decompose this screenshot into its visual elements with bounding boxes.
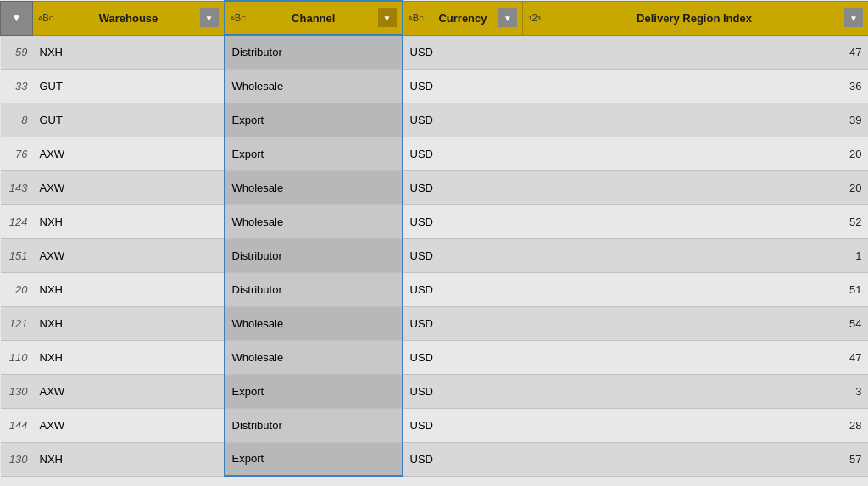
channel-header-label: Channel bbox=[249, 12, 378, 25]
row-warehouse: NXH bbox=[33, 442, 225, 476]
row-currency: USD bbox=[403, 35, 523, 69]
row-currency: USD bbox=[403, 137, 523, 170]
channel-column-header[interactable]: ABC Channel ▼ bbox=[225, 1, 403, 35]
row-channel: Export bbox=[225, 103, 403, 137]
table-row: 144 AXW Distributor USD 28 bbox=[1, 408, 869, 442]
row-currency: USD bbox=[403, 238, 523, 272]
row-channel: Distributor bbox=[225, 238, 403, 272]
row-index: 143 bbox=[1, 170, 33, 204]
row-currency: USD bbox=[403, 272, 523, 306]
row-delivery: 28 bbox=[523, 408, 869, 442]
table-row: 130 AXW Export USD 3 bbox=[1, 374, 869, 408]
table-row: 33 GUT Wholesale USD 36 bbox=[1, 69, 869, 103]
row-warehouse: AXW bbox=[33, 170, 225, 204]
row-currency: USD bbox=[403, 340, 523, 374]
row-warehouse: NXH bbox=[33, 272, 225, 306]
row-channel: Distributor bbox=[225, 272, 403, 306]
row-index: 20 bbox=[1, 272, 33, 306]
row-delivery: 52 bbox=[523, 204, 869, 238]
row-delivery: 36 bbox=[523, 69, 869, 103]
row-channel: Wholesale bbox=[225, 170, 403, 204]
warehouse-column-header[interactable]: ABC Warehouse ▼ bbox=[33, 1, 225, 35]
row-delivery: 3 bbox=[523, 374, 869, 408]
table-row: 76 AXW Export USD 20 bbox=[1, 137, 869, 170]
row-warehouse: AXW bbox=[33, 374, 225, 408]
warehouse-dropdown-arrow[interactable]: ▼ bbox=[200, 8, 219, 27]
table-row: 59 NXH Distributor USD 47 bbox=[1, 35, 869, 69]
table-row: 110 NXH Wholesale USD 47 bbox=[1, 340, 869, 374]
delivery-type-icon: 123 bbox=[528, 13, 541, 23]
row-currency: USD bbox=[403, 103, 523, 137]
row-currency: USD bbox=[403, 69, 523, 103]
row-delivery: 1 bbox=[523, 238, 869, 272]
row-delivery: 20 bbox=[523, 137, 869, 170]
table-row: 130 NXH Export USD 57 bbox=[1, 442, 869, 476]
row-delivery: 20 bbox=[523, 170, 869, 204]
currency-header-label: Currency bbox=[427, 12, 498, 25]
channel-dropdown-arrow[interactable]: ▼ bbox=[378, 8, 397, 27]
warehouse-type-icon: ABC bbox=[38, 13, 53, 23]
row-warehouse: GUT bbox=[33, 103, 225, 137]
row-index: 59 bbox=[1, 35, 33, 69]
delivery-header-label: Delivery Region Index bbox=[544, 12, 844, 25]
currency-type-icon: ABC bbox=[409, 13, 424, 23]
channel-type-icon: ABC bbox=[231, 13, 246, 23]
row-currency: USD bbox=[403, 170, 523, 204]
row-delivery: 39 bbox=[523, 103, 869, 137]
row-index: 8 bbox=[1, 103, 33, 137]
row-delivery: 47 bbox=[523, 340, 869, 374]
row-currency: USD bbox=[403, 374, 523, 408]
row-index: 110 bbox=[1, 340, 33, 374]
row-currency: USD bbox=[403, 306, 523, 340]
data-table: ▼ ABC Warehouse ▼ ABC bbox=[0, 0, 868, 486]
table-row: 143 AXW Wholesale USD 20 bbox=[1, 170, 869, 204]
warehouse-header-label: Warehouse bbox=[57, 12, 199, 25]
row-delivery: 57 bbox=[523, 442, 869, 476]
row-delivery: 47 bbox=[523, 35, 869, 69]
row-channel: Wholesale bbox=[225, 306, 403, 340]
table-row: 121 NXH Wholesale USD 54 bbox=[1, 306, 869, 340]
row-warehouse: GUT bbox=[33, 69, 225, 103]
table-row: 20 NXH Distributor USD 51 bbox=[1, 272, 869, 306]
row-warehouse: NXH bbox=[33, 35, 225, 69]
delivery-dropdown-arrow[interactable]: ▼ bbox=[844, 8, 863, 27]
row-index: 33 bbox=[1, 69, 33, 103]
table-row: 151 AXW Distributor USD 1 bbox=[1, 238, 869, 272]
currency-column-header[interactable]: ABC Currency ▼ bbox=[403, 1, 523, 35]
row-warehouse: NXH bbox=[33, 306, 225, 340]
row-warehouse: AXW bbox=[33, 408, 225, 442]
row-channel: Distributor bbox=[225, 408, 403, 442]
currency-dropdown-arrow[interactable]: ▼ bbox=[498, 8, 517, 27]
row-channel: Wholesale bbox=[225, 69, 403, 103]
row-warehouse: NXH bbox=[33, 340, 225, 374]
row-channel: Export bbox=[225, 137, 403, 170]
row-index: 130 bbox=[1, 442, 33, 476]
row-channel: Export bbox=[225, 374, 403, 408]
index-column-header: ▼ bbox=[1, 1, 33, 35]
row-warehouse: AXW bbox=[33, 238, 225, 272]
row-delivery: 51 bbox=[523, 272, 869, 306]
row-delivery: 54 bbox=[523, 306, 869, 340]
row-warehouse: AXW bbox=[33, 137, 225, 170]
row-currency: USD bbox=[403, 204, 523, 238]
row-channel: Wholesale bbox=[225, 340, 403, 374]
row-index: 130 bbox=[1, 374, 33, 408]
row-index: 124 bbox=[1, 204, 33, 238]
table-row: 8 GUT Export USD 39 bbox=[1, 103, 869, 137]
row-index: 76 bbox=[1, 137, 33, 170]
row-currency: USD bbox=[403, 408, 523, 442]
table-row: 124 NXH Wholesale USD 52 bbox=[1, 204, 869, 238]
row-index: 121 bbox=[1, 306, 33, 340]
row-index: 151 bbox=[1, 238, 33, 272]
delivery-column-header[interactable]: 123 Delivery Region Index ▼ bbox=[523, 1, 869, 35]
sort-icon[interactable]: ▼ bbox=[12, 12, 22, 24]
row-channel: Export bbox=[225, 442, 403, 476]
row-channel: Wholesale bbox=[225, 204, 403, 238]
row-warehouse: NXH bbox=[33, 204, 225, 238]
row-index: 144 bbox=[1, 408, 33, 442]
row-currency: USD bbox=[403, 442, 523, 476]
row-channel: Distributor bbox=[225, 35, 403, 69]
